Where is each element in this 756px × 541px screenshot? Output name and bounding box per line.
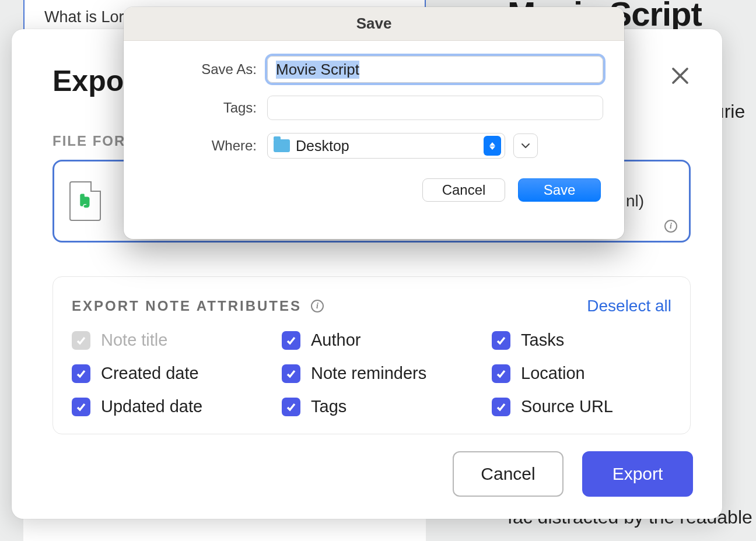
checkbox-icon <box>72 364 90 383</box>
save-title: Save <box>356 15 392 33</box>
checkbox-icon <box>282 331 300 350</box>
checkbox-icon <box>492 364 510 383</box>
tags-label: Tags: <box>145 100 267 116</box>
folder-icon <box>274 139 290 152</box>
attribute-checkbox[interactable]: Tasks <box>492 331 667 350</box>
where-select[interactable]: Desktop <box>267 133 505 159</box>
attribute-label: Note title <box>101 331 167 350</box>
checkbox-icon <box>282 398 300 416</box>
save-as-input[interactable]: Movie Script <box>267 56 603 83</box>
checkbox-icon <box>492 331 510 350</box>
checkbox-icon <box>492 398 510 416</box>
save-confirm-button[interactable]: Save <box>518 178 601 202</box>
checkbox-icon <box>282 364 300 383</box>
attribute-label: Created date <box>101 364 199 383</box>
where-value: Desktop <box>296 138 478 154</box>
export-attributes-label: EXPORT NOTE ATTRIBUTES <box>72 298 302 314</box>
evernote-file-icon <box>69 181 101 221</box>
tags-input[interactable] <box>267 96 603 120</box>
attribute-label: Source URL <box>521 397 613 416</box>
attribute-checkbox[interactable]: Updated date <box>72 397 282 416</box>
expand-button[interactable] <box>513 134 538 158</box>
checkbox-icon <box>72 331 90 350</box>
save-titlebar: Save <box>124 7 624 41</box>
attribute-checkbox[interactable]: Author <box>282 331 492 350</box>
save-sheet: Save Save As: Movie Script Tags: Where: … <box>124 7 624 239</box>
export-button[interactable]: Export <box>582 451 693 497</box>
info-icon[interactable]: i <box>664 220 677 233</box>
checkbox-icon <box>72 398 90 416</box>
attribute-label: Updated date <box>101 397 202 416</box>
file-format-suffix: nl) <box>626 192 644 210</box>
attribute-label: Tags <box>311 397 346 416</box>
attribute-label: Location <box>521 364 585 383</box>
save-as-label: Save As: <box>145 61 267 78</box>
cancel-button[interactable]: Cancel <box>453 451 564 497</box>
attribute-label: Author <box>311 331 360 350</box>
where-label: Where: <box>145 138 267 154</box>
info-icon[interactable]: i <box>311 300 324 312</box>
deselect-all-button[interactable]: Deselect all <box>587 297 671 315</box>
updown-arrows-icon <box>484 136 501 156</box>
attribute-checkbox[interactable]: Tags <box>282 397 492 416</box>
attribute-label: Note reminders <box>311 364 426 383</box>
attribute-label: Tasks <box>521 331 564 350</box>
attribute-checkbox[interactable]: Source URL <box>492 397 667 416</box>
save-cancel-button[interactable]: Cancel <box>422 178 505 202</box>
save-as-value: Movie Script <box>276 61 359 79</box>
attribute-checkbox[interactable]: Note reminders <box>282 364 492 383</box>
attribute-checkbox: Note title <box>72 331 282 350</box>
close-icon[interactable] <box>670 65 691 86</box>
attribute-checkbox[interactable]: Location <box>492 364 667 383</box>
export-attributes-card: EXPORT NOTE ATTRIBUTES i Deselect all No… <box>52 276 691 434</box>
attribute-checkbox[interactable]: Created date <box>72 364 282 383</box>
